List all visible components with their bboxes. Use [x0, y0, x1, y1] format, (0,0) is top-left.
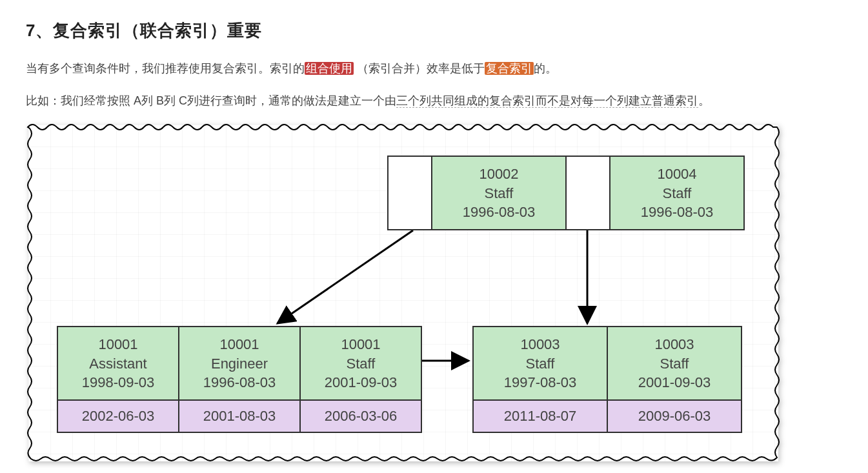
leaf-role: Staff — [608, 354, 741, 374]
paragraph-intro: 当有多个查询条件时，我们推荐使用复合索引。索引的组合使用 （索引合并）效率是低于… — [26, 57, 842, 79]
emphasis-span: 三个列共同组成的复合索引而不是对每一个列建立普通索引 — [396, 94, 698, 108]
leaf-date: 2001-09-03 — [301, 373, 421, 392]
leaf-left-1: 10001 Engineer 1996-08-03 — [178, 326, 301, 401]
text: 当有多个查询条件时，我们推荐使用复合索引。索引的 — [26, 62, 305, 75]
root-pointer-0 — [387, 156, 432, 230]
paragraph-example: 比如：我们经常按照 A列 B列 C列进行查询时，通常的做法是建立一个由三个列共同… — [26, 90, 842, 112]
leaf-id: 10001 — [179, 335, 299, 354]
leaf-left-0: 10001 Assistant 1998-09-03 — [57, 326, 179, 401]
root-key1-id: 10002 — [432, 165, 565, 184]
leaf-date: 1998-09-03 — [58, 373, 178, 392]
leaf-left-0-extra: 2002-06-03 — [57, 401, 179, 433]
leaf-role: Staff — [301, 354, 421, 374]
leaf-right-0-extra: 2011-08-07 — [472, 401, 608, 433]
root-key1-date: 1996-08-03 — [432, 203, 565, 222]
leaf-role: Staff — [474, 354, 607, 374]
highlight-combined-use: 组合使用 — [305, 62, 354, 75]
section-heading: 7、复合索引（联合索引）重要 — [26, 19, 842, 42]
leaf-date: 2001-09-03 — [608, 373, 741, 392]
text: （索引合并）效率是低于 — [357, 62, 485, 75]
text: 。 — [698, 94, 710, 107]
leaf-date: 1997-08-03 — [474, 373, 607, 392]
leaf-left-1-extra: 2001-08-03 — [178, 401, 301, 433]
leaf-id: 10003 — [474, 335, 607, 354]
leaf-right-1: 10003 Staff 2001-09-03 — [607, 326, 742, 401]
leaf-id: 10001 — [58, 335, 178, 354]
highlight-composite-index: 复合索引 — [485, 62, 534, 75]
root-key1-role: Staff — [432, 184, 565, 203]
text: 的。 — [534, 62, 557, 75]
root-key2-id: 10004 — [611, 165, 743, 184]
leaf-left-2: 10001 Staff 2001-09-03 — [299, 326, 422, 401]
text: 比如：我们经常按照 A列 B列 C列进行查询时，通常的做法是建立一个由 — [26, 94, 396, 107]
leaf-role: Engineer — [179, 354, 299, 374]
root-key2-date: 1996-08-03 — [611, 203, 743, 222]
leaf-id: 10001 — [301, 335, 421, 354]
index-tree-diagram: 10002 Staff 1996-08-03 10004 Staff 1996-… — [26, 122, 781, 464]
root-key2-role: Staff — [611, 184, 743, 203]
leaf-left-2-extra: 2006-03-06 — [299, 401, 422, 433]
root-key-2: 10004 Staff 1996-08-03 — [609, 156, 745, 230]
root-pointer-1 — [565, 156, 611, 230]
leaf-date: 1996-08-03 — [179, 373, 299, 392]
root-key-1: 10002 Staff 1996-08-03 — [431, 156, 567, 230]
leaf-role: Assistant — [58, 354, 178, 374]
leaf-right-1-extra: 2009-06-03 — [607, 401, 742, 433]
leaf-id: 10003 — [608, 335, 741, 354]
leaf-right-0: 10003 Staff 1997-08-03 — [472, 326, 608, 401]
